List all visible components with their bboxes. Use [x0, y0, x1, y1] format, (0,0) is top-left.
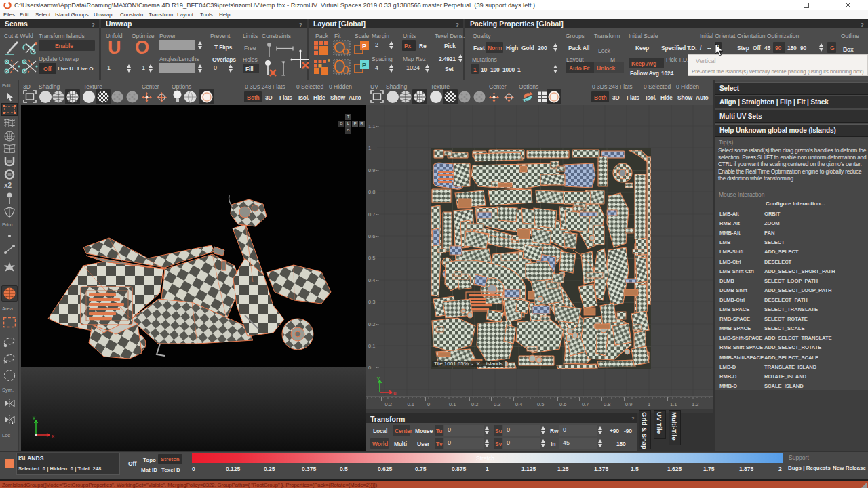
svg-text:y: y: [33, 414, 35, 420]
svg-text:x: x: [52, 433, 54, 439]
svg-text:u: u: [393, 390, 396, 396]
svg-text:P: P: [362, 62, 366, 68]
svg-text:P: P: [362, 43, 366, 49]
svg-text:v: v: [377, 375, 380, 381]
